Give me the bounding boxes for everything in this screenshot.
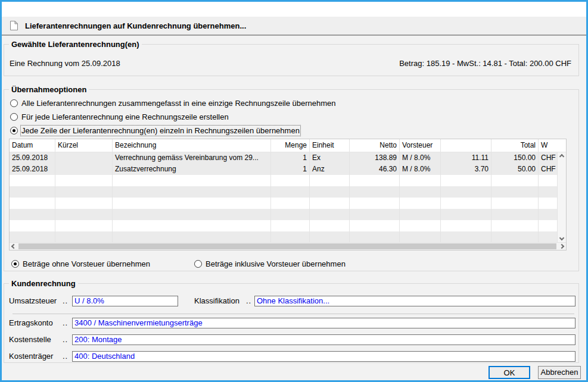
table-cell (10, 209, 55, 220)
horizontal-scrollbar-thumb[interactable] (18, 243, 556, 249)
table-cell: 150.00 (491, 152, 539, 164)
table-cell (491, 231, 539, 242)
radio-option-one-line-per-invoice[interactable]: Für jede Lieferantenrechnung eine Rechnu… (10, 112, 229, 121)
scroll-down-icon[interactable] (559, 236, 564, 240)
radio-icon (10, 99, 18, 107)
dialog-content: Gewählte Lieferantenrechnung(en) Eine Re… (2, 36, 586, 380)
column-header[interactable]: Einheit (310, 139, 350, 152)
table-row[interactable]: 25.09.2018Verrechnung gemäss Vereinbarun… (10, 152, 557, 164)
radio-amounts-with-vat[interactable]: Beträge inklusive Vorsteuer übernehmen (194, 259, 346, 268)
table-cell (310, 231, 350, 242)
dialog-header: Lieferantenrechnungen auf Kundenrechnung… (2, 17, 586, 36)
radio-option-each-line[interactable]: Jede Zeile der Lieferantenrechnung(en) e… (10, 126, 300, 135)
table-cell (55, 220, 113, 231)
dialog-title: Lieferantenrechnungen auf Kundenrechnung… (25, 21, 246, 30)
klassifikation-lookup-button[interactable]: .. (246, 296, 251, 306)
invoice-lines-table: DatumKürzelBezeichnungMengeEinheitNettoV… (9, 139, 567, 251)
group-selected-invoices-title: Gewählte Lieferantenrechnung(en) (9, 40, 142, 49)
table-cell: 11.11 (441, 152, 491, 164)
group-selected-invoices: Gewählte Lieferantenrechnung(en) Eine Re… (4, 44, 579, 76)
invoice-summary-text: Eine Rechnung vom 25.09.2018 (10, 59, 120, 68)
scroll-left-icon[interactable] (10, 243, 18, 250)
table-cell (400, 209, 441, 220)
column-header[interactable]: Vorsteuer (400, 139, 441, 152)
table-cell (113, 220, 271, 231)
table-row[interactable] (10, 198, 557, 209)
horizontal-scrollbar[interactable] (10, 242, 566, 250)
table-cell (441, 220, 491, 231)
table-cell: CHF (539, 164, 557, 175)
table-row[interactable] (10, 220, 557, 231)
column-header[interactable]: Kürzel (55, 139, 113, 152)
radio-option-merge-all[interactable]: Alle Lieferantenrechnungen zusammengefas… (10, 98, 336, 108)
table-cell (55, 175, 113, 186)
table-cell: 1 (271, 164, 310, 175)
table-row[interactable]: 25.09.2018Zusatzverrechnung1Anz46.30M / … (10, 164, 557, 175)
table-cell (350, 231, 400, 242)
umsatzsteuer-lookup-button[interactable]: .. (63, 296, 68, 306)
column-header[interactable]: Datum (10, 139, 55, 152)
table-cell (113, 186, 271, 198)
table-cell (310, 220, 350, 231)
table-cell (10, 198, 55, 209)
table-cell: M / 8.0% (400, 152, 441, 164)
field-separator (13, 314, 574, 314)
table-cell (539, 175, 557, 186)
kostentraeger-input[interactable]: 400: Deutschland (72, 351, 575, 362)
column-header[interactable]: Total (491, 139, 539, 152)
table-cell (441, 186, 491, 198)
scroll-right-icon[interactable] (558, 243, 566, 250)
table-cell (113, 231, 271, 242)
table-cell: 25.09.2018 (10, 152, 55, 164)
radio-amounts-without-vat[interactable]: Beträge ohne Vorsteuer übernehmen (11, 259, 150, 268)
table-cell (441, 198, 491, 209)
radio-label: Beträge ohne Vorsteuer übernehmen (23, 259, 150, 268)
column-header[interactable]: Menge (271, 139, 310, 152)
scroll-up-icon[interactable] (559, 154, 564, 159)
table-row[interactable] (10, 209, 557, 220)
table-row[interactable] (10, 231, 557, 242)
table-cell (441, 209, 491, 220)
ok-button[interactable]: OK (489, 366, 530, 379)
table-cell: 25.09.2018 (10, 164, 55, 175)
cancel-button[interactable]: Abbrechen (538, 366, 581, 379)
table-header-row: DatumKürzelBezeichnungMengeEinheitNettoV… (10, 139, 566, 152)
table-cell: Ex (310, 152, 350, 164)
table-cell (350, 198, 400, 209)
umsatzsteuer-label: Umsatzsteuer (9, 296, 57, 306)
kostentraeger-lookup-button[interactable]: .. (63, 351, 68, 362)
table-cell (491, 186, 539, 198)
ertragskonto-input[interactable]: 3400 / Maschinenvermietungserträge (72, 318, 575, 328)
table-cell: Zusatzverrechnung (113, 164, 271, 175)
table-cell (491, 209, 539, 220)
umsatzsteuer-input[interactable]: U / 8.0% (72, 296, 178, 306)
table-cell (55, 186, 113, 198)
table-cell (539, 231, 557, 242)
radio-icon (10, 127, 18, 134)
table-cell (55, 231, 113, 242)
ertragskonto-label: Ertragskonto (9, 318, 53, 328)
table-cell: 3.70 (441, 164, 491, 175)
column-header[interactable]: W (539, 139, 558, 152)
table-cell (350, 186, 400, 198)
table-row[interactable] (10, 186, 557, 198)
kostenstelle-lookup-button[interactable]: .. (63, 334, 68, 345)
table-cell (539, 209, 557, 220)
table-cell: 50.00 (491, 164, 539, 175)
column-header[interactable]: Netto (350, 139, 400, 152)
table-cell (310, 198, 350, 209)
kostenstelle-input[interactable]: 200: Montage (72, 334, 575, 345)
column-header[interactable]: Bezeichnung (113, 139, 271, 152)
column-header[interactable] (441, 139, 491, 152)
table-cell (55, 164, 113, 175)
table-cell (400, 186, 441, 198)
table-cell (400, 175, 441, 186)
table-cell (441, 175, 491, 186)
table-cell (491, 198, 539, 209)
vertical-scrollbar[interactable] (557, 152, 566, 242)
ertragskonto-lookup-button[interactable]: .. (63, 318, 68, 328)
klassifikation-input[interactable]: Ohne Klassifikation... (254, 296, 575, 306)
table-cell (10, 186, 55, 198)
table-row[interactable] (10, 175, 557, 186)
table-cell (10, 175, 55, 186)
